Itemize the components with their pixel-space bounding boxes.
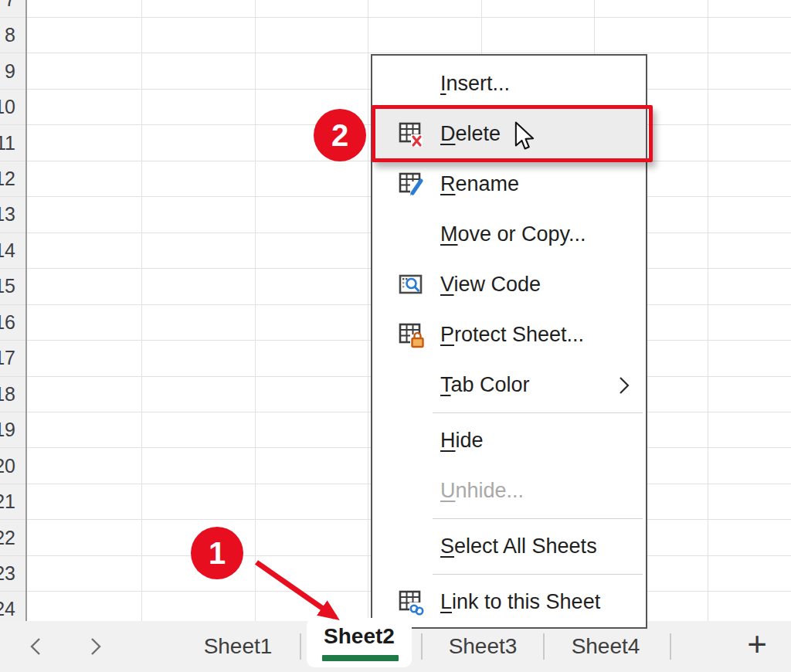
tab-separator [421,633,423,660]
menu-item-label: Hide [440,429,484,453]
menu-item-label: Link to this Sheet [440,590,600,614]
menu-item-label: Protect Sheet... [440,323,584,347]
menu-item-hide[interactable]: Hide [372,416,646,466]
row-header-column[interactable]: 789101112131415161718192021222324 [0,0,27,621]
row-number-label: 15 [0,275,15,297]
menu-item-tab-color[interactable]: Tab Color [372,360,646,410]
row-number-label: 21 [0,490,15,513]
gridline [368,0,368,621]
row-number-label: 8 [5,24,15,46]
active-tab-indicator [322,655,399,661]
row-header-21[interactable]: 21 [0,484,25,519]
menu-item-label: Move or Copy... [440,222,586,246]
empty-icon-slot [398,70,427,98]
link-sheet-icon [398,589,427,616]
tab-separator [543,633,545,660]
menu-separator [372,572,646,577]
row-number-label: 20 [0,454,15,477]
row-header-23[interactable]: 23 [0,555,25,591]
chevron-left-icon[interactable] [28,636,45,657]
row-header-10[interactable]: 10 [0,89,25,124]
row-header-13[interactable]: 13 [0,196,25,232]
row-header-9[interactable]: 9 [0,53,25,88]
menu-item-insert[interactable]: Insert... [372,59,646,109]
row-number-label: 19 [0,419,15,441]
empty-icon-slot [398,427,427,455]
row-number-label: 22 [0,526,15,548]
row-number-label: 16 [0,311,15,333]
new-sheet-button[interactable]: + [734,621,780,672]
row-number-label: 10 [0,96,15,118]
menu-item-unhide[interactable]: Unhide... [372,466,646,516]
row-header-7[interactable]: 7 [0,0,25,17]
row-header-17[interactable]: 17 [0,340,25,375]
row-header-14[interactable]: 14 [0,232,25,268]
row-header-15[interactable]: 15 [0,268,25,304]
row-number-label: 18 [0,382,15,405]
row-header-19[interactable]: 19 [0,412,25,447]
menu-separator [372,516,646,521]
menu-item-rename[interactable]: Rename [372,159,646,209]
gridline [141,0,142,621]
row-number-label: 12 [0,168,15,190]
row-number-label: 23 [0,562,15,584]
row-header-22[interactable]: 22 [0,519,25,555]
menu-item-move-or-copy[interactable]: Move or Copy... [372,209,646,260]
empty-icon-slot [398,533,427,561]
gridline [708,0,708,621]
menu-item-label: Rename [440,172,519,196]
tab-separator [670,633,671,660]
menu-item-label: Select All Sheets [440,535,597,558]
menu-item-protect-sheet[interactable]: Protect Sheet... [372,310,646,360]
mouse-cursor [514,120,535,154]
chevron-right-icon[interactable] [87,636,104,657]
menu-item-label: Insert... [440,72,510,96]
row-header-20[interactable]: 20 [0,447,25,483]
row-header-11[interactable]: 11 [0,124,25,160]
row-header-18[interactable]: 18 [0,376,25,412]
empty-icon-slot [398,372,427,399]
menu-item-label: Unhide... [440,479,524,503]
row-number-label: 24 [0,598,15,620]
menu-item-select-all-sheets[interactable]: Select All Sheets [372,521,646,572]
row-header-12[interactable]: 12 [0,161,25,196]
row-header-16[interactable]: 16 [0,304,25,340]
menu-item-label: View Code [440,273,541,297]
menu-separator [372,410,646,416]
row-number-label: 9 [5,59,15,82]
row-number-label: 11 [0,131,15,154]
row-number-label: 17 [0,347,15,369]
annotation-highlight-box [372,105,653,162]
annotation-step-2-badge: 2 [314,109,366,161]
gridline [0,17,791,18]
view-code-icon [398,271,427,299]
empty-icon-slot [398,221,427,249]
menu-item-label: Tab Color [440,373,530,397]
annotation-arrow [239,541,363,637]
row-number-label: 13 [0,203,15,226]
empty-icon-slot [398,477,427,505]
gridline [255,0,256,621]
excel-window: 789101112131415161718192021222324 Insert… [0,0,791,672]
row-number-label: 14 [0,239,15,261]
protect-sheet-icon [398,321,427,349]
menu-item-link-to-this-sheet[interactable]: Link to this Sheet [372,577,646,627]
menu-item-view-code[interactable]: View Code [372,260,646,310]
rename-sheet-icon [398,171,427,199]
annotation-step-1-badge: 1 [191,527,243,579]
tab-separator [300,633,301,660]
row-number-label: 7 [5,0,15,10]
submenu-chevron-icon [618,375,630,395]
row-header-8[interactable]: 8 [0,17,25,53]
row-header-24[interactable]: 24 [0,591,25,621]
